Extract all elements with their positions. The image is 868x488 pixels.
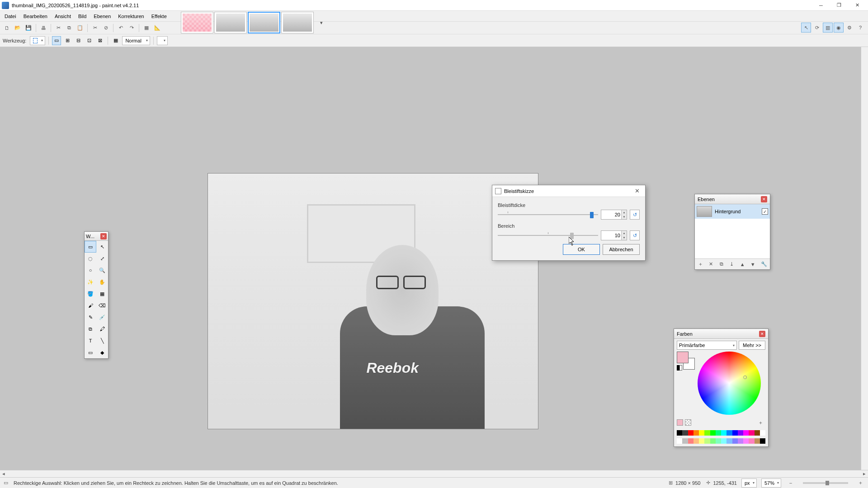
tool-move-selection[interactable]: ⤢ (96, 253, 108, 264)
dialog-titlebar[interactable]: Bleistiftskizze ✕ (492, 185, 645, 197)
help-icon[interactable]: ? (855, 23, 865, 33)
selection-mode-intersect[interactable]: ⊡ (85, 36, 94, 45)
menu-bild[interactable]: Bild (75, 12, 90, 20)
zoom-out-icon[interactable]: − (786, 478, 796, 488)
tool-paint-bucket[interactable]: 🪣 (85, 288, 96, 300)
layers-titlebar[interactable]: Ebenen ✕ (695, 194, 770, 204)
palette-swatch[interactable] (710, 438, 716, 444)
tool-text[interactable]: T (85, 335, 96, 347)
delete-layer-icon[interactable]: ✕ (706, 259, 716, 269)
tool-rect-select[interactable]: ▭ (85, 241, 96, 253)
palette-swatch[interactable] (732, 430, 738, 436)
color-wheel[interactable] (698, 352, 761, 415)
tool-selector[interactable] (30, 36, 45, 45)
selection-mode-add[interactable]: ⊞ (63, 36, 72, 45)
pencil-thickness-input[interactable]: 20 ▲▼ (601, 210, 627, 220)
tools-window-close[interactable]: ✕ (100, 233, 107, 239)
palette-swatch[interactable] (699, 430, 704, 436)
palette-swatch[interactable] (721, 438, 726, 444)
palette-swatch[interactable] (732, 438, 738, 444)
menu-korrekturen[interactable]: Korrekturen (114, 12, 147, 20)
document-tab-2[interactable] (214, 12, 247, 33)
palette-swatch[interactable] (743, 430, 749, 436)
palette-swatch[interactable] (682, 438, 688, 444)
scroll-right-icon[interactable]: ▸ (861, 470, 868, 478)
scroll-left-icon[interactable]: ◂ (0, 470, 7, 478)
deselect-icon[interactable]: ⊘ (101, 23, 111, 33)
tool-magic-wand[interactable]: ✨ (85, 276, 96, 288)
menu-datei[interactable]: Datei (1, 12, 20, 20)
open-file-icon[interactable]: 📂 (13, 23, 23, 33)
toggle-layers-window[interactable]: ▥ (823, 23, 833, 33)
swap-colors-icon[interactable] (677, 365, 682, 371)
settings-icon[interactable]: ⚙ (844, 23, 854, 33)
tool-recolor[interactable]: 🖍 (96, 323, 108, 335)
tool-lasso[interactable]: ◌ (85, 253, 96, 264)
pencil-thickness-slider[interactable] (498, 211, 598, 219)
tool-clone-stamp[interactable]: ⧉ (85, 323, 96, 335)
palette-swatch[interactable] (760, 430, 765, 436)
zoom-selector[interactable]: 57% (761, 479, 781, 488)
tool-rectangle[interactable]: ▭ (85, 347, 96, 358)
selection-mode-subtract[interactable]: ⊟ (74, 36, 83, 45)
flood-mode-icon[interactable]: ▦ (111, 36, 120, 45)
units-selector[interactable]: px (741, 479, 757, 488)
palette-swatch[interactable] (755, 430, 760, 436)
menu-ebenen[interactable]: Ebenen (90, 12, 114, 20)
spin-down[interactable]: ▼ (621, 215, 627, 219)
tool-color-picker[interactable]: 💉 (96, 311, 108, 323)
print-icon[interactable]: 🖶 (38, 23, 48, 33)
dialog-close-button[interactable]: ✕ (632, 187, 642, 196)
palette-swatch[interactable] (749, 438, 754, 444)
palette-swatch[interactable] (682, 430, 688, 436)
new-file-icon[interactable]: 🗋 (2, 23, 12, 33)
menu-bearbeiten[interactable]: Bearbeiten (20, 12, 51, 20)
menu-ansicht[interactable]: Ansicht (51, 12, 75, 20)
palette-swatch[interactable] (693, 438, 699, 444)
paste-icon[interactable]: 📋 (75, 23, 85, 33)
palette-swatch[interactable] (710, 430, 716, 436)
palette-swatch[interactable] (716, 430, 721, 436)
ok-button[interactable]: OK (563, 244, 600, 255)
grid-icon[interactable]: ▦ (142, 23, 151, 33)
merge-down-icon[interactable]: ⤓ (727, 259, 736, 269)
document-tab-1[interactable] (181, 12, 213, 33)
tool-gradient[interactable]: ▦ (96, 288, 108, 300)
selection-mode-replace[interactable]: ▭ (52, 36, 61, 45)
layers-panel[interactable]: Ebenen ✕ Hintergrund ✓ ＋ ✕ ⧉ ⤓ ▲ ▼ 🔧 (694, 194, 770, 270)
ruler-icon[interactable]: 📐 (152, 23, 162, 33)
save-file-icon[interactable]: 💾 (24, 23, 33, 33)
redo-icon[interactable]: ↷ (127, 23, 137, 33)
canvas[interactable]: Reebok (208, 174, 538, 429)
tools-window-titlebar[interactable]: W... ✕ (85, 232, 108, 241)
layers-close[interactable]: ✕ (761, 196, 767, 202)
palette-swatch[interactable] (760, 438, 765, 444)
palette-swatch[interactable] (688, 438, 693, 444)
duplicate-layer-icon[interactable]: ⧉ (717, 259, 726, 269)
close-button[interactable]: ✕ (848, 0, 866, 10)
more-button[interactable]: Mehr >> (739, 341, 765, 350)
range-input[interactable]: 10 ▲▼ (601, 230, 627, 240)
palette-swatch[interactable] (716, 438, 721, 444)
primary-color-swatch[interactable] (677, 352, 689, 363)
menu-effekte[interactable]: Effekte (148, 12, 170, 20)
selection-mode-xor[interactable]: ⊠ (95, 36, 104, 45)
palette-swatch[interactable] (726, 430, 732, 436)
tool-shapes[interactable]: ◆ (96, 347, 108, 358)
maximize-button[interactable]: ❐ (830, 0, 848, 10)
minimize-button[interactable]: ─ (812, 0, 830, 10)
spin-down[interactable]: ▼ (621, 235, 627, 240)
colors-titlebar[interactable]: Farben ✕ (674, 329, 768, 339)
palette-swatch[interactable] (755, 438, 760, 444)
recent-color-swatch[interactable] (677, 419, 683, 426)
palette-swatch[interactable] (738, 438, 743, 444)
palette-swatch[interactable] (688, 430, 693, 436)
tools-window[interactable]: W... ✕ ▭ ↖ ◌ ⤢ ○ 🔍 ✨ ✋ 🪣 ▦ 🖌 ⌫ ✎ 💉 ⧉ 🖍 T… (84, 231, 108, 359)
spin-up[interactable]: ▲ (621, 210, 627, 215)
palette-swatch[interactable] (704, 438, 710, 444)
crop-icon[interactable]: ✂ (90, 23, 100, 33)
cancel-button[interactable]: Abbrechen (603, 244, 640, 255)
copy-icon[interactable]: ⧉ (64, 23, 74, 33)
palette-swatch[interactable] (749, 430, 754, 436)
recent-color-swatch[interactable] (685, 419, 691, 426)
